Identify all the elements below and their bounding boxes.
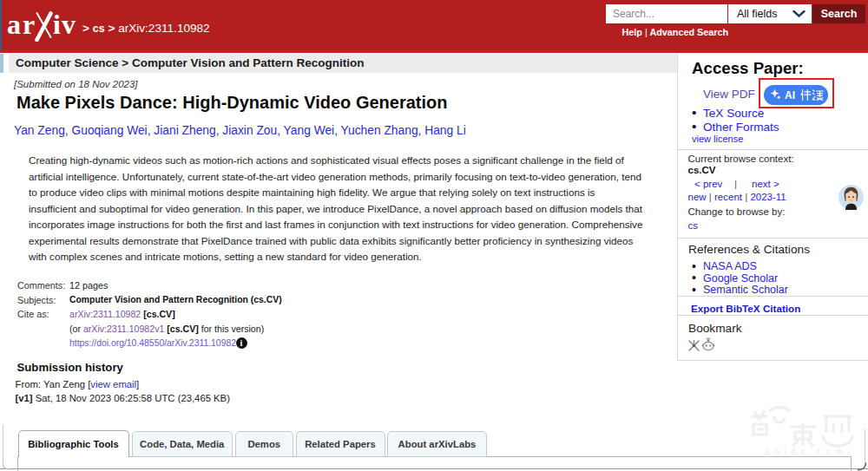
svg-text:zhidx.com: zhidx.com — [766, 447, 848, 456]
